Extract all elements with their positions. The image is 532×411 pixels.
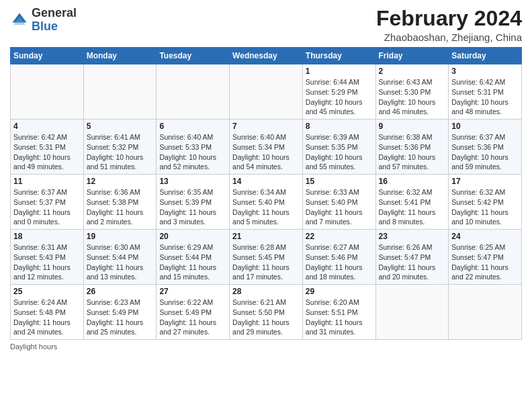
- calendar-cell: [375, 285, 449, 340]
- week-row-2: 4Sunrise: 6:42 AMSunset: 5:31 PMDaylight…: [11, 120, 522, 175]
- day-info: Sunrise: 6:29 AMSunset: 5:44 PMDaylight:…: [159, 242, 226, 282]
- day-number: 1: [306, 66, 373, 76]
- day-info: Sunrise: 6:34 AMSunset: 5:40 PMDaylight:…: [232, 187, 300, 227]
- day-info: Sunrise: 6:27 AMSunset: 5:46 PMDaylight:…: [306, 242, 373, 282]
- day-number: 26: [87, 287, 154, 296]
- calendar-cell: 16Sunrise: 6:32 AMSunset: 5:41 PMDayligh…: [375, 175, 449, 230]
- month-year: February 2024: [376, 7, 522, 30]
- day-number: 10: [451, 122, 519, 131]
- week-row-3: 11Sunrise: 6:37 AMSunset: 5:37 PMDayligh…: [11, 175, 522, 230]
- week-row-1: 1Sunrise: 6:44 AMSunset: 5:29 PMDaylight…: [11, 64, 522, 120]
- day-number: 21: [232, 232, 300, 241]
- day-info: Sunrise: 6:32 AMSunset: 5:41 PMDaylight:…: [379, 187, 446, 227]
- calendar: SundayMondayTuesdayWednesdayThursdayFrid…: [10, 47, 522, 340]
- page: General Blue February 2024 Zhaobaoshan, …: [0, 0, 532, 411]
- calendar-cell: 20Sunrise: 6:29 AMSunset: 5:44 PMDayligh…: [157, 230, 230, 285]
- day-header-friday: Friday: [375, 48, 449, 64]
- calendar-cell: 10Sunrise: 6:37 AMSunset: 5:36 PMDayligh…: [449, 120, 522, 175]
- day-number: 16: [379, 177, 446, 186]
- calendar-cell: 3Sunrise: 6:42 AMSunset: 5:31 PMDaylight…: [449, 64, 522, 120]
- day-number: 3: [451, 66, 519, 76]
- calendar-cell: 22Sunrise: 6:27 AMSunset: 5:46 PMDayligh…: [302, 230, 375, 285]
- day-number: 23: [379, 232, 446, 241]
- calendar-cell: [157, 64, 230, 120]
- day-info: Sunrise: 6:28 AMSunset: 5:45 PMDaylight:…: [232, 242, 300, 282]
- calendar-cell: 24Sunrise: 6:25 AMSunset: 5:47 PMDayligh…: [449, 230, 522, 285]
- day-number: 5: [87, 122, 154, 131]
- calendar-cell: 21Sunrise: 6:28 AMSunset: 5:45 PMDayligh…: [230, 230, 303, 285]
- week-row-4: 18Sunrise: 6:31 AMSunset: 5:43 PMDayligh…: [11, 230, 522, 285]
- calendar-cell: 4Sunrise: 6:42 AMSunset: 5:31 PMDaylight…: [11, 120, 84, 175]
- calendar-cell: 29Sunrise: 6:20 AMSunset: 5:51 PMDayligh…: [302, 285, 375, 340]
- day-number: 20: [159, 232, 226, 241]
- day-info: Sunrise: 6:20 AMSunset: 5:51 PMDaylight:…: [306, 298, 373, 337]
- calendar-cell: 23Sunrise: 6:26 AMSunset: 5:47 PMDayligh…: [375, 230, 449, 285]
- calendar-cell: 1Sunrise: 6:44 AMSunset: 5:29 PMDaylight…: [302, 64, 375, 120]
- calendar-cell: 27Sunrise: 6:22 AMSunset: 5:49 PMDayligh…: [157, 285, 230, 340]
- calendar-cell: [83, 64, 157, 120]
- calendar-header-row: SundayMondayTuesdayWednesdayThursdayFrid…: [11, 48, 522, 64]
- day-info: Sunrise: 6:42 AMSunset: 5:31 PMDaylight:…: [13, 132, 81, 172]
- day-number: 17: [451, 177, 519, 186]
- day-info: Sunrise: 6:31 AMSunset: 5:43 PMDaylight:…: [13, 242, 81, 282]
- day-info: Sunrise: 6:25 AMSunset: 5:47 PMDaylight:…: [451, 242, 519, 282]
- day-number: 18: [13, 232, 81, 241]
- day-info: Sunrise: 6:38 AMSunset: 5:36 PMDaylight:…: [379, 132, 446, 172]
- day-number: 14: [232, 177, 300, 186]
- daylight-label: Daylight hours: [10, 342, 57, 351]
- day-info: Sunrise: 6:37 AMSunset: 5:37 PMDaylight:…: [13, 187, 81, 227]
- day-header-sunday: Sunday: [11, 48, 84, 64]
- day-number: 25: [13, 287, 81, 296]
- day-info: Sunrise: 6:22 AMSunset: 5:49 PMDaylight:…: [159, 298, 226, 337]
- calendar-cell: 7Sunrise: 6:40 AMSunset: 5:34 PMDaylight…: [230, 120, 303, 175]
- day-info: Sunrise: 6:43 AMSunset: 5:30 PMDaylight:…: [379, 77, 446, 117]
- day-info: Sunrise: 6:35 AMSunset: 5:39 PMDaylight:…: [159, 187, 226, 227]
- day-info: Sunrise: 6:40 AMSunset: 5:34 PMDaylight:…: [232, 132, 300, 172]
- calendar-cell: 8Sunrise: 6:39 AMSunset: 5:35 PMDaylight…: [302, 120, 375, 175]
- day-info: Sunrise: 6:24 AMSunset: 5:48 PMDaylight:…: [13, 298, 81, 337]
- day-number: 2: [379, 66, 446, 76]
- calendar-cell: 11Sunrise: 6:37 AMSunset: 5:37 PMDayligh…: [11, 175, 84, 230]
- day-number: 27: [159, 287, 226, 296]
- calendar-cell: 15Sunrise: 6:33 AMSunset: 5:40 PMDayligh…: [302, 175, 375, 230]
- day-number: 24: [451, 232, 519, 241]
- day-number: 29: [306, 287, 373, 296]
- day-number: 15: [306, 177, 373, 186]
- calendar-cell: 13Sunrise: 6:35 AMSunset: 5:39 PMDayligh…: [157, 175, 230, 230]
- footer: Daylight hours: [10, 342, 522, 351]
- day-number: 28: [232, 287, 300, 296]
- day-number: 19: [87, 232, 154, 241]
- day-number: 6: [159, 122, 226, 131]
- week-row-5: 25Sunrise: 6:24 AMSunset: 5:48 PMDayligh…: [11, 285, 522, 340]
- day-header-monday: Monday: [83, 48, 157, 64]
- calendar-cell: 5Sunrise: 6:41 AMSunset: 5:32 PMDaylight…: [83, 120, 157, 175]
- day-info: Sunrise: 6:42 AMSunset: 5:31 PMDaylight:…: [451, 77, 519, 117]
- calendar-cell: [230, 64, 303, 120]
- day-number: 12: [87, 177, 154, 186]
- calendar-cell: 6Sunrise: 6:40 AMSunset: 5:33 PMDaylight…: [157, 120, 230, 175]
- calendar-cell: 19Sunrise: 6:30 AMSunset: 5:44 PMDayligh…: [83, 230, 157, 285]
- logo: General Blue: [10, 7, 77, 34]
- day-number: 11: [13, 177, 81, 186]
- day-header-thursday: Thursday: [302, 48, 375, 64]
- day-info: Sunrise: 6:40 AMSunset: 5:33 PMDaylight:…: [159, 132, 226, 172]
- day-info: Sunrise: 6:23 AMSunset: 5:49 PMDaylight:…: [87, 298, 154, 337]
- calendar-cell: 28Sunrise: 6:21 AMSunset: 5:50 PMDayligh…: [230, 285, 303, 340]
- calendar-cell: 17Sunrise: 6:32 AMSunset: 5:42 PMDayligh…: [449, 175, 522, 230]
- day-info: Sunrise: 6:21 AMSunset: 5:50 PMDaylight:…: [232, 298, 300, 337]
- day-number: 9: [379, 122, 446, 131]
- day-info: Sunrise: 6:32 AMSunset: 5:42 PMDaylight:…: [451, 187, 519, 227]
- calendar-cell: 18Sunrise: 6:31 AMSunset: 5:43 PMDayligh…: [11, 230, 84, 285]
- day-info: Sunrise: 6:44 AMSunset: 5:29 PMDaylight:…: [306, 77, 373, 117]
- day-info: Sunrise: 6:39 AMSunset: 5:35 PMDaylight:…: [306, 132, 373, 172]
- logo-icon: [10, 11, 29, 30]
- calendar-cell: 25Sunrise: 6:24 AMSunset: 5:48 PMDayligh…: [11, 285, 84, 340]
- day-number: 7: [232, 122, 300, 131]
- day-number: 4: [13, 122, 81, 131]
- logo-blue: Blue: [32, 19, 58, 33]
- calendar-cell: 14Sunrise: 6:34 AMSunset: 5:40 PMDayligh…: [230, 175, 303, 230]
- calendar-cell: [449, 285, 522, 340]
- calendar-cell: 9Sunrise: 6:38 AMSunset: 5:36 PMDaylight…: [375, 120, 449, 175]
- calendar-cell: [11, 64, 84, 120]
- calendar-cell: 12Sunrise: 6:36 AMSunset: 5:38 PMDayligh…: [83, 175, 157, 230]
